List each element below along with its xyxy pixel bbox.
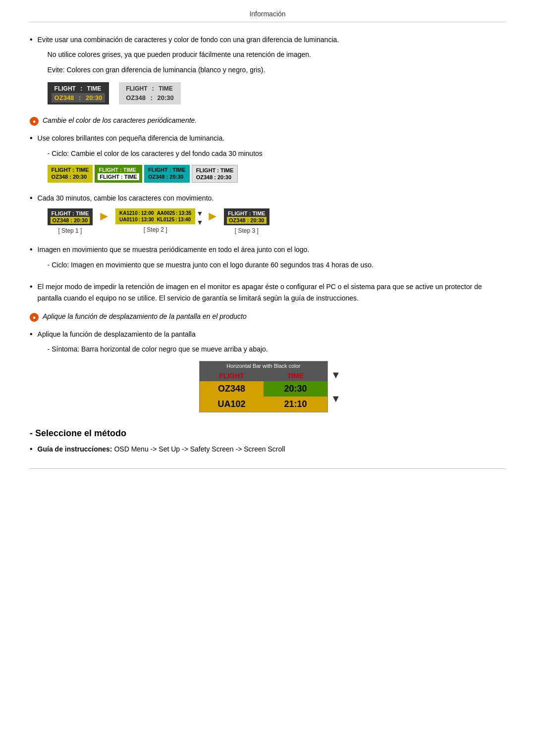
bullet-dot-3: • xyxy=(30,194,33,202)
cycle-box-2: FLIGHT : TIME FLIGHT : TIME xyxy=(95,165,142,183)
bullet-content-3: Cada 30 minutos, cambie los caracteres c… xyxy=(38,193,505,239)
bullet-4-sub: - Ciclo: Imagen en movimiento que se mue… xyxy=(48,259,505,270)
bullet-content-6: Aplique la función de desplazamiento de … xyxy=(38,329,505,418)
bullet-dot-6: • xyxy=(30,330,33,339)
cb3-data: OZ348 : 20:30 xyxy=(147,173,187,180)
hbar-display: Horizontal Bar with Black color FLIGHT T… xyxy=(38,361,505,412)
cb2-data: FLIGHT : TIME xyxy=(98,173,139,180)
bullet-dot-5: • xyxy=(30,282,33,291)
down-arrow-bottom: ▼ xyxy=(196,218,203,226)
cb3-hdr: FLIGHT : TIME xyxy=(147,166,187,173)
bullet-4-sub-1: - Ciclo: Imagen en movimiento que se mue… xyxy=(48,259,505,270)
bullet-guide: • Guía de instrucciones: OSD Menu -> Set… xyxy=(30,444,505,458)
bullet-dot-2: • xyxy=(30,134,33,143)
step3-data: OZ348 : 20:30 xyxy=(227,217,267,224)
notice-icon-2: ● xyxy=(30,313,39,322)
flight-box-dark: FLIGHT : TIME OZ348 : 20:30 xyxy=(48,82,109,104)
guide-text: Guía de instrucciones: OSD Menu -> Set U… xyxy=(38,444,505,454)
cb2-hdr: FLIGHT : TIME xyxy=(98,166,139,173)
bullet-1-sub: No utilice colores grises, ya que pueden… xyxy=(48,49,505,75)
cycle-box-3: FLIGHT : TIME OZ348 : 20:30 xyxy=(144,165,190,183)
bullet-content-4: Imagen en movimiento que se muestra peri… xyxy=(38,244,505,276)
bullet-dot-4: • xyxy=(30,245,33,254)
steps-row: FLIGHT : TIME OZ348 : 20:30 [ Step 1 ] ► xyxy=(48,208,505,234)
cycle-box-1: FLIGHT : TIME OZ348 : 20:30 xyxy=(48,165,93,183)
cycle-boxes: FLIGHT : TIME OZ348 : 20:30 FLIGHT : TIM… xyxy=(48,165,505,183)
flight-box-light: FLIGHT : TIME OZ348 : 20:30 xyxy=(119,82,181,104)
cb1-hdr: FLIGHT : TIME xyxy=(51,166,90,173)
bullet-content-guide: Guía de instrucciones: OSD Menu -> Set U… xyxy=(38,444,505,458)
bullet-2-sub-1: - Ciclo: Cambie el color de los caracter… xyxy=(48,148,505,159)
cb4-data: OZ348 : 20:30 xyxy=(195,174,235,181)
cb4-hdr: FLIGHT : TIME xyxy=(195,167,235,174)
step-1-label: [ Step 1 ] xyxy=(58,227,82,234)
bullet-1-sub-2: Evite: Colores con gran diferencia de lu… xyxy=(48,64,505,75)
bullet-6: • Aplique la función de desplazamiento d… xyxy=(30,329,505,418)
arrow-1: ► xyxy=(98,208,110,233)
section-title: - Seleccione el método xyxy=(30,428,505,439)
flight-data-dark: OZ348 : 20:30 xyxy=(52,93,106,102)
arrow-icon-2: ► xyxy=(206,208,219,224)
step-1-box: FLIGHT : TIME OZ348 : 20:30 xyxy=(48,208,93,225)
step-3-container: FLIGHT : TIME OZ348 : 20:30 [ Step 3 ] xyxy=(224,208,269,234)
cb1-data: OZ348 : 20:30 xyxy=(51,173,90,180)
bullet-4: • Imagen en movimiento que se muestra pe… xyxy=(30,244,505,276)
page-container: Información • Evite usar una combinación… xyxy=(0,0,535,499)
step2-arrows: ▼ ▼ xyxy=(196,209,203,226)
bullet-content-1: Evite usar una combinación de caracteres… xyxy=(38,34,505,111)
bullet-dot-guide: • xyxy=(30,445,33,454)
flight-data-light: OZ348 : 20:30 xyxy=(123,93,177,102)
hbar-title: Horizontal Bar with Black color xyxy=(200,361,327,370)
bullet-2-sub: - Ciclo: Cambie el color de los caracter… xyxy=(48,148,505,159)
bullet-5-text: El mejor modo de impedir la retención de… xyxy=(38,281,505,303)
bullet-2-text: Use colores brillantes con pequeña difer… xyxy=(38,133,505,144)
hbar-hdr-right: TIME xyxy=(264,370,327,381)
hbar-ua-right: 21:10 xyxy=(264,397,327,412)
notice-text-1: Cambie el color de los caracteres periód… xyxy=(43,116,197,124)
bullet-content-5: El mejor modo de impedir la retención de… xyxy=(38,281,505,307)
bullet-1: • Evite usar una combinación de caracter… xyxy=(30,34,505,111)
bullet-4-text: Imagen en movimiento que se muestra peri… xyxy=(38,244,505,255)
hbar-row-ua: UA102 21:10 xyxy=(200,397,327,412)
hbar-oz-right: 20:30 xyxy=(264,381,327,397)
arrow-2: ► xyxy=(206,208,219,233)
hbar-hdr-left: FLIGHT xyxy=(200,370,264,381)
step2-hdr: KA1210 : 12:00 AA0025 : 13:35 xyxy=(118,210,192,216)
down-arrow-top: ▼ xyxy=(196,209,203,217)
hbar-ua-left: UA102 xyxy=(200,397,264,412)
flight-hdr-dark: FLIGHT : TIME xyxy=(52,84,106,93)
step-2-box: KA1210 : 12:00 AA0025 : 13:35 UA0110 : 1… xyxy=(115,208,195,224)
step-3-box: FLIGHT : TIME OZ348 : 20:30 xyxy=(224,208,269,225)
bottom-divider xyxy=(30,468,505,469)
step-2-label: [ Step 2 ] xyxy=(144,226,167,233)
down-arrow-2: ▼ xyxy=(331,394,341,403)
bullet-5: • El mejor modo de impedir la retención … xyxy=(30,281,505,307)
step-1-container: FLIGHT : TIME OZ348 : 20:30 [ Step 1 ] xyxy=(48,208,93,234)
down-arrow-1: ▼ xyxy=(331,370,341,380)
bullet-6-sub-1: - Síntoma: Barra horizontal de color neg… xyxy=(48,344,505,354)
step-2-container: KA1210 : 12:00 AA0025 : 13:35 UA0110 : 1… xyxy=(115,208,195,233)
flight-displays-1: FLIGHT : TIME OZ348 : 20:30 FLIGHT : xyxy=(48,82,505,104)
bullet-1-text: Evite usar una combinación de caracteres… xyxy=(38,34,505,45)
cycle-box-4: FLIGHT : TIME OZ348 : 20:30 xyxy=(192,165,238,183)
hbar-arrows: ▼ ▼ xyxy=(328,361,344,412)
step2-data: UA0110 : 13:30 KL0125 : 13:40 xyxy=(118,216,192,223)
step-3-label: [ Step 3 ] xyxy=(235,227,259,234)
arrow-icon-1: ► xyxy=(98,208,110,224)
notice-1: ● Cambie el color de los caracteres peri… xyxy=(30,116,505,126)
bullet-1-sub-1: No utilice colores grises, ya que pueden… xyxy=(48,49,505,60)
step1-hdr: FLIGHT : TIME xyxy=(51,210,90,217)
notice-text-2: Aplique la función de desplazamiento de … xyxy=(43,312,247,320)
hbar-row-oz: OZ348 20:30 xyxy=(200,381,327,397)
hbar-box: Horizontal Bar with Black color FLIGHT T… xyxy=(199,361,328,412)
page-title: Información xyxy=(30,10,505,22)
bullet-3: • Cada 30 minutos, cambie los caracteres… xyxy=(30,193,505,239)
bullet-6-sub: - Síntoma: Barra horizontal de color neg… xyxy=(48,344,505,354)
hbar-wrapper: Horizontal Bar with Black color FLIGHT T… xyxy=(199,361,344,412)
bullet-6-text: Aplique la función de desplazamiento de … xyxy=(38,329,505,340)
hbar-oz-left: OZ348 xyxy=(200,381,264,397)
bullet-dot-1: • xyxy=(30,35,33,44)
hbar-header-row: FLIGHT TIME xyxy=(200,370,327,381)
step3-hdr: FLIGHT : TIME xyxy=(227,210,267,217)
bullet-3-text: Cada 30 minutos, cambie los caracteres c… xyxy=(38,193,505,203)
